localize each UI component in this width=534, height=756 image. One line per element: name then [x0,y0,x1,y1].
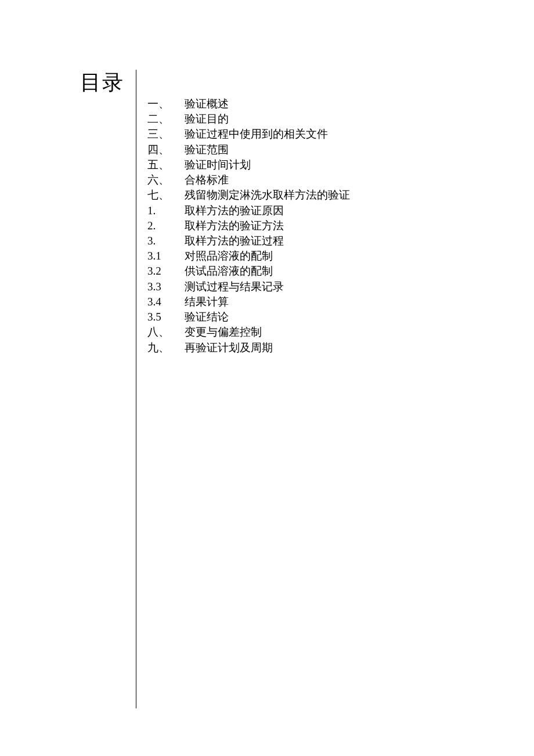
toc-item: 二、 验证目的 [147,111,350,127]
toc-item: 三、 验证过程中使用到的相关文件 [147,127,350,142]
toc-number: 四、 [147,142,185,157]
toc-number: 七、 [147,188,185,203]
toc-list: 一、 验证概述 二、 验证目的 三、 验证过程中使用到的相关文件 四、 验证范围… [147,96,350,355]
toc-item: 七、 残留物测定淋洗水取样方法的验证 [147,188,350,203]
toc-number: 3. [147,233,185,249]
toc-number: 一、 [147,96,185,111]
toc-item: 3.1 对照品溶液的配制 [147,249,350,264]
toc-text: 合格标准 [185,172,229,188]
toc-item: 3.4 结果计算 [147,294,350,309]
toc-item: 八、 变更与偏差控制 [147,325,350,340]
toc-text: 验证过程中使用到的相关文件 [185,127,328,142]
toc-number: 九、 [147,340,185,355]
toc-number: 二、 [147,111,185,127]
toc-item: 四、 验证范围 [147,142,350,157]
toc-number: 3.2 [147,264,185,279]
toc-item: 3.2 供试品溶液的配制 [147,264,350,279]
toc-number: 三、 [147,127,185,142]
toc-item: 3.5 验证结论 [147,309,350,325]
toc-item: 2. 取样方法的验证方法 [147,218,350,233]
toc-number: 五、 [147,157,185,172]
toc-number: 八、 [147,325,185,340]
page-title: 目录 [80,69,124,97]
toc-item: 一、 验证概述 [147,96,350,111]
toc-text: 残留物测定淋洗水取样方法的验证 [185,188,350,203]
toc-number: 3.5 [147,309,185,325]
toc-text: 验证范围 [185,142,229,157]
toc-text: 验证结论 [185,309,229,325]
toc-item: 九、 再验证计划及周期 [147,340,350,355]
toc-text: 验证概述 [185,96,229,111]
toc-number: 六、 [147,172,185,188]
toc-text: 取样方法的验证方法 [185,218,284,233]
toc-item: 3.3 测试过程与结果记录 [147,279,350,294]
toc-text: 取样方法的验证原因 [185,203,284,218]
vertical-divider [136,70,136,708]
toc-text: 取样方法的验证过程 [185,233,284,249]
toc-number: 3.3 [147,279,185,294]
toc-number: 3.1 [147,249,185,264]
toc-text: 变更与偏差控制 [185,325,262,340]
toc-text: 验证时间计划 [185,157,251,172]
toc-text: 再验证计划及周期 [185,340,273,355]
toc-item: 3. 取样方法的验证过程 [147,233,350,249]
toc-text: 验证目的 [185,111,229,127]
toc-text: 供试品溶液的配制 [185,264,273,279]
toc-text: 测试过程与结果记录 [185,279,284,294]
toc-item: 1. 取样方法的验证原因 [147,203,350,218]
toc-number: 2. [147,218,185,233]
toc-item: 五、 验证时间计划 [147,157,350,172]
toc-number: 3.4 [147,294,185,309]
toc-text: 对照品溶液的配制 [185,249,273,264]
toc-number: 1. [147,203,185,218]
toc-text: 结果计算 [185,294,229,309]
toc-item: 六、 合格标准 [147,172,350,188]
